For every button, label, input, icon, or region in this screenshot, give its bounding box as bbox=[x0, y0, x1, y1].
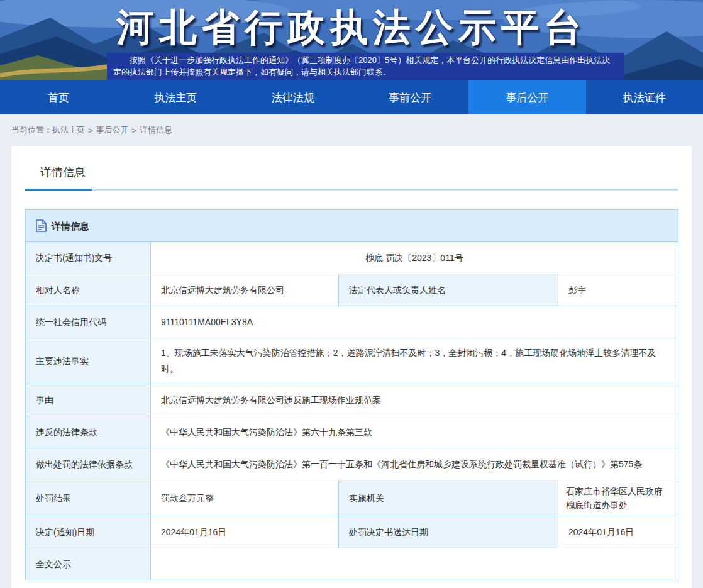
field-value-full-text bbox=[151, 548, 678, 580]
table-row: 事由 北京信远博大建筑劳务有限公司违反施工现场作业规范案 bbox=[26, 384, 678, 416]
field-label-decision-date: 决定(通知)日期 bbox=[26, 516, 151, 548]
field-label-violated-law: 违反的法律条款 bbox=[26, 416, 151, 448]
field-label-violation-facts: 主要违法事实 bbox=[26, 338, 151, 384]
table-row: 统一社会信用代码 91110111MA00EL3Y8A bbox=[26, 306, 678, 338]
field-value-penalty-result: 罚款叁万元整 bbox=[151, 480, 339, 516]
site-title: 河北省行政执法公示平台 bbox=[0, 3, 703, 53]
field-label-penalty-result: 处罚结果 bbox=[26, 480, 151, 516]
field-label-legal-representative: 法定代表人或负责人姓名 bbox=[339, 274, 558, 306]
table-row: 相对人名称 北京信远博大建筑劳务有限公司 法定代表人或负责人姓名 彭宇 bbox=[26, 274, 678, 306]
breadcrumb-current: 详情信息 bbox=[140, 125, 172, 136]
field-value-decision-date: 2024年01月16日 bbox=[151, 516, 339, 548]
breadcrumb-separator: > bbox=[132, 126, 137, 135]
nav-item-enforcement-home[interactable]: 执法主页 bbox=[117, 80, 234, 114]
field-label-document-number: 决定书(通知书)文号 bbox=[26, 242, 151, 274]
field-value-violated-law: 《中华人民共和国大气污染防治法》第六十九条第三款 bbox=[151, 416, 678, 448]
field-label-cause: 事由 bbox=[26, 384, 151, 416]
detail-table: 详情信息 决定书(通知书)文号 槐底 罚决〔2023〕011号 相对人名称 北京… bbox=[25, 209, 678, 580]
nav-item-certificates[interactable]: 执法证件 bbox=[586, 80, 703, 114]
field-label-credit-code: 统一社会信用代码 bbox=[26, 306, 151, 338]
table-row: 主要违法事实 1、现场施工未落实大气污染防治管控措施；2，道路泥泞清扫不及时；3… bbox=[26, 338, 678, 384]
field-value-party-name: 北京信远博大建筑劳务有限公司 bbox=[151, 274, 339, 306]
table-row: 违反的法律条款 《中华人民共和国大气污染防治法》第六十九条第三款 bbox=[26, 416, 678, 448]
field-value-violation-facts: 1、现场施工未落实大气污染防治管控措施；2，道路泥泞清扫不及时；3，全封闭污损；… bbox=[151, 338, 678, 384]
table-row: 做出处罚的法律依据条款 《中华人民共和国大气污染防治法》第一百一十五条和《河北省… bbox=[26, 448, 678, 480]
field-label-delivery-date: 处罚决定书送达日期 bbox=[339, 516, 558, 548]
field-value-legal-representative: 彭宇 bbox=[558, 274, 678, 306]
field-value-cause: 北京信远博大建筑劳务有限公司违反施工现场作业规范案 bbox=[151, 384, 678, 416]
field-value-penalty-basis: 《中华人民共和国大气污染防治法》第一百一十五条和《河北省住房和城乡建设系统行政处… bbox=[151, 448, 678, 480]
table-row: 处罚结果 罚款叁万元整 实施机关 石家庄市裕华区人民政府槐底街道办事处 bbox=[26, 480, 678, 516]
table-row: 决定(通知)日期 2024年01月16日 处罚决定书送达日期 2024年01月1… bbox=[26, 516, 678, 548]
breadcrumb-link-post-disclosure[interactable]: 事后公开 bbox=[96, 125, 129, 136]
notice-banner: 按照《关于进一步加强行政执法工作的通知》（冀三项制度办〔2020〕5号）相关规定… bbox=[107, 53, 624, 80]
notice-text: 按照《关于进一步加强行政执法工作的通知》（冀三项制度办〔2020〕5号）相关规定… bbox=[113, 54, 617, 78]
breadcrumb-prefix: 当前位置： bbox=[11, 125, 52, 136]
field-value-delivery-date: 2024年01月16日 bbox=[558, 516, 678, 548]
title-underline-accent bbox=[25, 189, 92, 191]
nav-item-post-disclosure[interactable]: 事后公开 bbox=[468, 80, 585, 114]
field-label-party-name: 相对人名称 bbox=[26, 274, 151, 306]
field-value-implementing-agency: 石家庄市裕华区人民政府槐底街道办事处 bbox=[558, 480, 678, 516]
field-label-penalty-basis: 做出处罚的法律依据条款 bbox=[26, 448, 151, 480]
page-title: 详情信息 bbox=[11, 146, 692, 189]
nav-item-pre-disclosure[interactable]: 事前公开 bbox=[352, 80, 468, 114]
banner: 河北省行政执法公示平台 按照《关于进一步加强行政执法工作的通知》（冀三项制度办〔… bbox=[0, 0, 703, 80]
field-label-implementing-agency: 实施机关 bbox=[339, 480, 558, 516]
table-header-title: 详情信息 bbox=[52, 218, 89, 234]
table-header-row: 详情信息 bbox=[26, 210, 678, 242]
nav-item-home[interactable]: 首页 bbox=[0, 80, 117, 114]
field-label-full-text: 全文公示 bbox=[26, 548, 151, 580]
main-nav: 首页 执法主页 法律法规 事前公开 事后公开 执法证件 bbox=[0, 80, 703, 114]
breadcrumb: 当前位置： 执法主页 > 事后公开 > 详情信息 bbox=[0, 114, 703, 146]
table-row: 全文公示 bbox=[26, 548, 678, 580]
field-value-credit-code: 91110111MA00EL3Y8A bbox=[151, 306, 678, 338]
table-row: 决定书(通知书)文号 槐底 罚决〔2023〕011号 bbox=[26, 242, 678, 274]
title-underline bbox=[25, 189, 678, 191]
nav-item-laws[interactable]: 法律法规 bbox=[235, 80, 352, 114]
field-value-document-number: 槐底 罚决〔2023〕011号 bbox=[151, 242, 678, 274]
document-icon bbox=[36, 219, 47, 232]
breadcrumb-link-enforcement-home[interactable]: 执法主页 bbox=[52, 125, 85, 136]
breadcrumb-separator: > bbox=[88, 126, 93, 135]
content-card: 详情信息 详情信息 决定书(通知书)文号 槐 bbox=[11, 146, 692, 588]
